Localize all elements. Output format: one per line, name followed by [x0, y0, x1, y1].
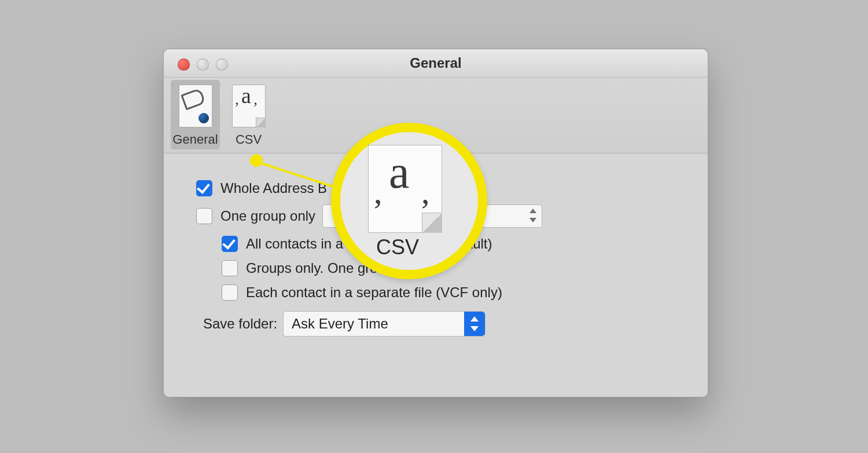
save-folder-value: Ask Every Time: [284, 316, 388, 332]
group-select[interactable]: [322, 204, 542, 228]
checkbox-all-single-file[interactable]: [222, 236, 238, 252]
chevron-up-down-icon: [464, 312, 485, 336]
preferences-window: General General ,a, CSV Whole Address B …: [163, 49, 708, 397]
save-folder-row: Save folder: Ask Every Time: [203, 311, 675, 337]
tab-general-label: General: [171, 132, 220, 147]
label-all-single-file: All contacts in a single file (CSV defau…: [246, 236, 492, 252]
save-folder-label: Save folder:: [203, 316, 277, 332]
csv-pref-icon: ,a,: [232, 85, 266, 127]
label-each-separate: Each contact in a separate file (VCF onl…: [246, 284, 502, 301]
option-one-group-only[interactable]: One group only: [196, 204, 675, 228]
titlebar: General: [164, 49, 708, 78]
label-whole-address-book: Whole Address B: [220, 180, 327, 196]
checkbox-whole-address-book[interactable]: [196, 180, 212, 196]
window-title: General: [164, 55, 708, 71]
preferences-content: Whole Address B One group only All conta…: [164, 154, 708, 337]
checkbox-one-group-only[interactable]: [196, 208, 212, 224]
tab-csv-label: CSV: [224, 132, 273, 147]
save-folder-select[interactable]: Ask Every Time: [283, 311, 486, 337]
option-all-single-file[interactable]: All contacts in a single file (CSV defau…: [222, 236, 675, 252]
option-each-separate[interactable]: Each contact in a separate file (VCF onl…: [222, 284, 675, 301]
option-whole-address-book[interactable]: Whole Address B: [196, 180, 675, 196]
label-one-group-only: One group only: [220, 208, 315, 224]
preferences-toolbar: General ,a, CSV: [164, 78, 708, 154]
tab-general[interactable]: General: [171, 80, 220, 149]
general-pref-icon: [179, 85, 212, 127]
option-groups-only[interactable]: Groups only. One group per file: [222, 260, 675, 276]
tab-csv[interactable]: ,a, CSV: [224, 80, 273, 149]
checkbox-groups-only[interactable]: [222, 260, 238, 276]
checkbox-each-separate[interactable]: [222, 284, 238, 301]
stepper-icon: [528, 207, 538, 224]
label-groups-only: Groups only. One group per file: [246, 260, 439, 276]
